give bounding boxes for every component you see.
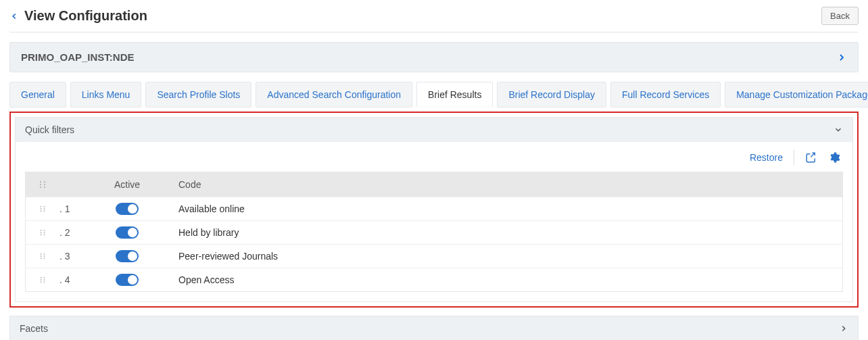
row-index: . 3 xyxy=(59,251,87,262)
table-header: Active Code xyxy=(26,172,842,197)
tab-full-record-services[interactable]: Full Record Services xyxy=(610,82,721,107)
table-row: . 4 Open Access xyxy=(26,268,842,291)
tab-links-menu[interactable]: Links Menu xyxy=(70,82,142,107)
panel-actions: Restore xyxy=(16,142,852,172)
header-left: View Configuration xyxy=(9,8,147,24)
svg-point-2 xyxy=(40,184,41,185)
svg-point-6 xyxy=(41,206,42,208)
active-column-header: Active xyxy=(87,179,168,190)
active-toggle[interactable] xyxy=(116,203,139,215)
svg-point-4 xyxy=(40,187,41,188)
active-toggle[interactable] xyxy=(116,250,139,262)
tab-brief-record-display[interactable]: Brief Record Display xyxy=(497,82,606,107)
chevron-right-icon[interactable] xyxy=(839,324,848,333)
svg-point-17 xyxy=(44,234,45,235)
back-button[interactable]: Back xyxy=(821,7,859,25)
instance-label: PRIMO_OAP_INST:NDE xyxy=(21,51,135,63)
svg-point-11 xyxy=(44,210,45,212)
svg-point-25 xyxy=(44,277,45,278)
tabs: General Links Menu Search Profile Slots … xyxy=(9,82,859,107)
svg-point-14 xyxy=(41,232,42,233)
row-index: . 2 xyxy=(59,227,87,238)
active-toggle[interactable] xyxy=(116,226,139,239)
drag-handle-icon[interactable] xyxy=(39,253,46,260)
svg-point-16 xyxy=(41,234,42,235)
svg-point-19 xyxy=(44,253,45,255)
svg-point-5 xyxy=(44,187,45,188)
quick-filters-panel-header[interactable]: Quick filters xyxy=(16,118,852,142)
svg-point-1 xyxy=(44,181,45,183)
svg-point-9 xyxy=(44,208,45,210)
svg-point-7 xyxy=(44,206,45,208)
highlight-region: Quick filters Restore xyxy=(9,112,859,308)
row-code: Open Access xyxy=(168,274,842,285)
quick-filters-panel-body: Restore Active C xyxy=(16,142,852,292)
drag-column-header xyxy=(26,179,59,190)
row-index: . 4 xyxy=(59,274,87,285)
page-header: View Configuration Back xyxy=(9,7,859,32)
row-code: Held by library xyxy=(168,227,842,238)
svg-point-8 xyxy=(41,208,42,210)
quick-filters-panel: Quick filters Restore xyxy=(15,117,853,302)
gear-icon[interactable] xyxy=(828,151,840,164)
svg-point-26 xyxy=(41,279,42,281)
divider xyxy=(794,150,794,165)
facets-panel-header[interactable]: Facets xyxy=(10,316,858,340)
svg-point-10 xyxy=(41,210,42,212)
svg-point-13 xyxy=(44,230,45,231)
table-row: . 2 Held by library xyxy=(26,220,842,244)
instance-bar[interactable]: PRIMO_OAP_INST:NDE xyxy=(9,42,859,72)
chevron-right-icon[interactable] xyxy=(836,52,847,63)
quick-filters-table: Active Code . 1 Available online . 2 Hel… xyxy=(25,172,843,292)
svg-point-0 xyxy=(40,181,41,183)
svg-point-3 xyxy=(44,184,45,185)
index-column-header xyxy=(59,179,87,190)
row-index: . 1 xyxy=(59,203,87,214)
chevron-down-icon[interactable] xyxy=(834,125,843,135)
svg-point-28 xyxy=(41,281,42,283)
drag-handle-icon[interactable] xyxy=(39,229,46,236)
tab-search-profile-slots[interactable]: Search Profile Slots xyxy=(145,82,251,107)
svg-point-15 xyxy=(44,232,45,233)
restore-link[interactable]: Restore xyxy=(750,152,783,163)
tab-manage-customization-package[interactable]: Manage Customization Package xyxy=(725,82,868,107)
tab-brief-results[interactable]: Brief Results xyxy=(416,82,493,107)
code-column-header: Code xyxy=(168,179,842,190)
svg-point-24 xyxy=(41,277,42,278)
row-code: Available online xyxy=(168,203,842,214)
active-toggle[interactable] xyxy=(116,274,139,286)
svg-point-20 xyxy=(41,256,42,257)
facets-panel-title: Facets xyxy=(20,323,48,334)
drag-handle-icon[interactable] xyxy=(39,276,46,283)
back-chevron-icon[interactable] xyxy=(9,11,19,21)
page-title: View Configuration xyxy=(24,8,147,24)
tab-advanced-search-config[interactable]: Advanced Search Configuration xyxy=(256,82,412,107)
svg-point-29 xyxy=(44,281,45,283)
svg-point-21 xyxy=(44,256,45,257)
drag-handle-icon[interactable] xyxy=(39,205,46,212)
svg-point-18 xyxy=(41,253,42,255)
table-row: . 1 Available online xyxy=(26,197,842,220)
drag-handle-icon[interactable] xyxy=(39,180,47,189)
svg-point-23 xyxy=(44,258,45,259)
row-code: Peer-reviewed Journals xyxy=(168,251,842,262)
table-row: . 3 Peer-reviewed Journals xyxy=(26,244,842,268)
quick-filters-panel-title: Quick filters xyxy=(25,124,74,135)
facets-panel: Facets xyxy=(9,316,859,340)
export-icon[interactable] xyxy=(805,151,817,164)
tab-general[interactable]: General xyxy=(9,82,66,107)
svg-point-22 xyxy=(41,258,42,259)
svg-point-12 xyxy=(41,230,42,231)
svg-point-27 xyxy=(44,279,45,281)
